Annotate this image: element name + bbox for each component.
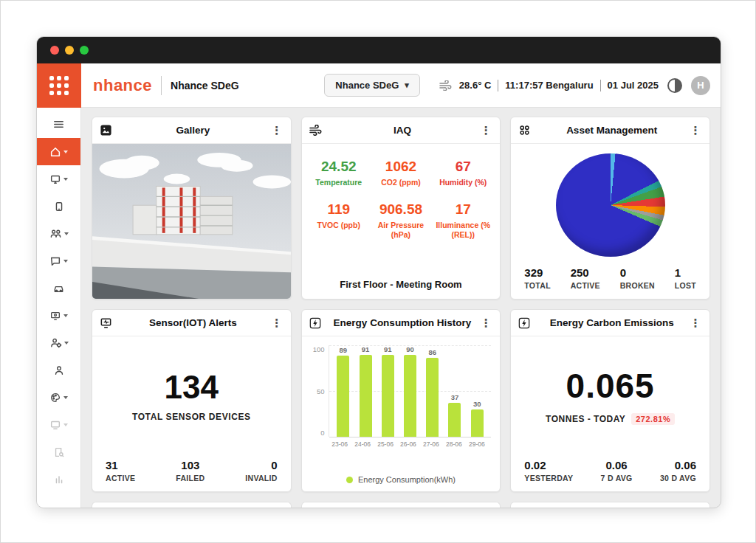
asset-pie-chart (556, 153, 665, 257)
user-avatar[interactable]: H (691, 76, 710, 95)
bar (337, 356, 349, 437)
kebab-menu-icon[interactable]: ⋮ (689, 317, 702, 328)
iaq-metric-illuminance: 17 Illuminance (% (REL)) (432, 201, 494, 241)
kebab-menu-icon[interactable]: ⋮ (479, 317, 492, 328)
page-title: Nhance SDeG (171, 80, 239, 91)
sidebar-item-reports[interactable] (37, 466, 80, 493)
sidebar-item-users[interactable] (37, 220, 80, 247)
metric-label: TVOC (ppb) (308, 221, 370, 231)
plot-area: 89 91 91 90 86 37 30 (329, 345, 492, 437)
sidebar-item-monitor-settings[interactable] (37, 302, 80, 329)
document-search-icon (53, 446, 65, 458)
sidebar-item-feedback[interactable] (37, 247, 80, 274)
card-partial (301, 502, 501, 508)
dashboard-grid: Gallery ⋮ (81, 108, 721, 508)
tablet-icon (53, 201, 65, 212)
display-icon (49, 419, 61, 431)
kebab-menu-icon[interactable]: ⋮ (270, 317, 284, 328)
metric-label: Illuminance (% (REL)) (432, 221, 494, 241)
chevron-down-icon (63, 151, 68, 153)
chevron-down-icon (64, 232, 69, 235)
bar-group: 30 (468, 345, 486, 437)
bar (382, 355, 394, 437)
air-quality-icon (309, 125, 326, 136)
kebab-menu-icon[interactable]: ⋮ (479, 125, 492, 136)
metric-label: Temperature (308, 178, 370, 188)
metric-value: 119 (308, 201, 370, 218)
bar-group: 86 (424, 345, 441, 437)
sidebar-item-home[interactable] (37, 138, 80, 165)
bar-group: 91 (379, 345, 396, 437)
chevron-down-icon (63, 423, 68, 426)
carbon-today-label: TONNES - TODAY 272.81% (546, 413, 675, 425)
time-value: 11:17:57 (505, 80, 543, 91)
sidebar-item-user-settings[interactable] (37, 329, 80, 356)
app-launcher-button[interactable] (37, 63, 81, 108)
stat-7d-avg: 0.06 7 D AVG (601, 459, 633, 483)
stat-30d-avg: 0.06 30 D AVG (660, 459, 696, 483)
chevron-down-icon (64, 342, 69, 345)
person-icon (53, 364, 65, 376)
header-separator (600, 80, 601, 91)
card-iaq: IAQ ⋮ 24.52 Temperature 1062 CO2 (ppm) (301, 117, 501, 300)
site-selector-dropdown[interactable]: Nhance SDeG ▾ (324, 74, 420, 97)
header-separator (498, 80, 498, 91)
bar (360, 355, 372, 437)
card-energy-history: Energy Consumption History ⋮ 100 50 0 (301, 309, 501, 492)
sidebar-item-vehicle[interactable] (37, 274, 80, 302)
chevron-down-icon (63, 314, 68, 317)
brand-logo: nhance (93, 76, 152, 95)
stat-invalid: 0 INVALID (245, 459, 277, 483)
sidebar-nav (37, 108, 81, 508)
chart-legend: Energy Consumption(kWh) (311, 466, 492, 491)
chevron-down-icon (63, 178, 68, 181)
card-title: Sensor(IOT) Alerts (116, 317, 270, 328)
monitor-gear-icon (49, 310, 61, 322)
sidebar-item-profile[interactable] (37, 356, 80, 384)
carbon-change-badge: 272.81% (631, 413, 675, 425)
bar (404, 355, 416, 437)
sidebar-item-audit[interactable] (37, 438, 80, 466)
users-icon (49, 227, 62, 240)
sidebar-item-tablet[interactable] (37, 193, 80, 220)
stat-broken: 0 BROKEN (620, 266, 655, 290)
image-icon (100, 124, 116, 136)
iaq-metric-tvoc: 119 TVOC (ppb) (308, 201, 370, 241)
stat-failed: 103 FAILED (176, 459, 205, 483)
maximize-window-button[interactable] (80, 46, 89, 55)
city-value: Bengaluru (546, 80, 593, 91)
sidebar-item-display[interactable] (37, 411, 80, 438)
sidebar-item-devices[interactable] (37, 165, 80, 193)
kebab-menu-icon[interactable]: ⋮ (270, 125, 284, 136)
bar-chart-icon (53, 474, 65, 485)
metric-value: 24.52 (308, 159, 370, 175)
theme-toggle-button[interactable] (665, 76, 684, 95)
card-title: Energy Carbon Emissions (535, 317, 689, 328)
sidebar-item-themes[interactable] (37, 384, 80, 411)
legend-swatch (346, 477, 353, 483)
minimize-window-button[interactable] (65, 46, 74, 55)
sidebar-item-menu[interactable] (37, 111, 80, 138)
metric-label: CO2 (ppm) (370, 178, 432, 188)
metric-value: 67 (432, 159, 494, 175)
y-axis: 100 50 0 (311, 345, 329, 437)
date-value: 01 Jul 2025 (608, 80, 659, 91)
card-sensor-alerts: Sensor(IOT) Alerts ⋮ 134 TOTAL SENSOR DE… (92, 309, 292, 492)
chat-icon (49, 255, 61, 267)
energy-bolt-icon (518, 317, 535, 329)
kebab-menu-icon[interactable]: ⋮ (689, 125, 702, 136)
metric-value: 906.58 (370, 201, 432, 218)
avatar-initial: H (697, 80, 704, 91)
card-gallery: Gallery ⋮ (92, 117, 292, 300)
chevron-down-icon (63, 260, 68, 263)
energy-bar-chart: 100 50 0 89 91 9 (302, 336, 501, 491)
bar (448, 403, 461, 437)
home-icon (49, 146, 61, 158)
close-window-button[interactable] (50, 46, 59, 55)
card-title: Asset Management (535, 125, 689, 136)
gallery-image (92, 144, 291, 299)
energy-bolt-icon (309, 317, 326, 329)
sensor-stats: 31 ACTIVE 103 FAILED 0 INVALID (92, 454, 291, 491)
stat-total: 329 TOTAL (524, 266, 551, 290)
iaq-location-label: First Floor - Meeting Room (302, 272, 501, 299)
